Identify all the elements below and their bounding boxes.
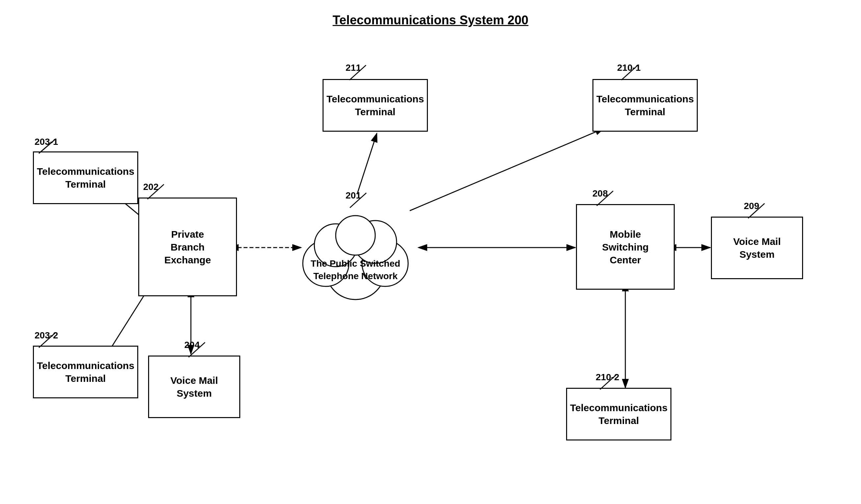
terminal-left-1-label: TelecommunicationsTerminal: [37, 165, 134, 191]
svg-text:The Public Switched: The Public Switched: [311, 258, 400, 269]
pbx-box: PrivateBranchExchange: [138, 197, 237, 296]
vms-right-label: Voice MailSystem: [733, 235, 781, 261]
svg-text:Telephone Network: Telephone Network: [313, 271, 398, 281]
vms-bottom-box: Voice MailSystem: [148, 355, 240, 418]
svg-line-22: [148, 185, 164, 199]
msc-label: MobileSwitchingCenter: [602, 228, 649, 266]
terminal-left-2-label: TelecommunicationsTerminal: [37, 359, 134, 385]
svg-line-26: [189, 342, 205, 357]
terminal-top-label: TelecommunicationsTerminal: [327, 93, 424, 118]
svg-line-6: [357, 133, 377, 194]
svg-line-25: [39, 333, 55, 348]
msc-box: MobileSwitchingCenter: [576, 204, 675, 290]
vms-bottom-label: Voice MailSystem: [170, 374, 218, 400]
terminal-top-right-box: TelecommunicationsTerminal: [592, 79, 698, 132]
terminal-bottom-right-box: TelecommunicationsTerminal: [566, 388, 671, 440]
vms-right-box: Voice MailSystem: [711, 217, 803, 279]
svg-line-7: [410, 128, 604, 211]
diagram: Telecommunications System 200: [0, 0, 861, 504]
svg-line-19: [350, 65, 366, 80]
terminal-bottom-right-label: TelecommunicationsTerminal: [570, 401, 668, 427]
pbx-label: PrivateBranchExchange: [164, 228, 211, 266]
terminal-top-right-label: TelecommunicationsTerminal: [597, 93, 694, 118]
pstn-cloud: The Public Switched Telephone Network: [283, 194, 428, 306]
svg-line-28: [350, 193, 366, 208]
terminal-left-1-box: TelecommunicationsTerminal: [33, 151, 138, 204]
svg-line-24: [748, 203, 765, 218]
svg-line-21: [39, 139, 55, 153]
svg-line-27: [600, 374, 616, 390]
terminal-top-box: TelecommunicationsTerminal: [323, 79, 428, 132]
terminal-left-2-box: TelecommunicationsTerminal: [33, 346, 138, 398]
svg-line-20: [621, 65, 638, 80]
page-title: Telecommunications System 200: [333, 13, 529, 27]
svg-point-16: [336, 216, 375, 255]
svg-line-23: [597, 191, 613, 206]
